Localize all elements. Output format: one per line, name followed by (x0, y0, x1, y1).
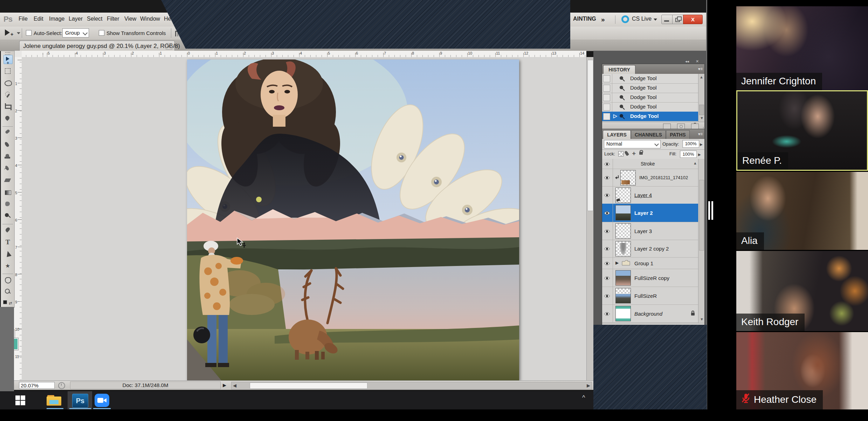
layer-visibility-eye-icon[interactable] (604, 246, 610, 252)
close-button[interactable]: X (683, 15, 703, 24)
vertical-scrollbar[interactable] (586, 57, 594, 380)
tool-custom-shape[interactable]: ★ (4, 262, 12, 270)
document-close-icon[interactable]: ✕ (166, 43, 172, 50)
collapse-panels-icon[interactable]: ◂◂ (685, 59, 689, 64)
layer-visibility-eye-icon[interactable] (604, 175, 610, 181)
lock-pixels-icon[interactable] (624, 150, 629, 156)
layer-thumbnail[interactable] (615, 270, 631, 286)
lock-transparency-icon[interactable] (618, 151, 624, 156)
panel-options-icon[interactable]: ✕ (696, 59, 699, 64)
layer-thumbnail[interactable] (615, 306, 631, 321)
history-row[interactable]: Dodge Tool (602, 102, 698, 112)
scroll-right-icon[interactable]: ▶ (587, 383, 590, 388)
show-transform-checkbox[interactable] (99, 30, 104, 36)
layer-row[interactable]: IMG_20181211_174102 (602, 169, 698, 187)
tool-gradient[interactable] (4, 188, 12, 197)
tool-brush[interactable] (4, 141, 12, 149)
tool-quick-select[interactable] (4, 91, 12, 99)
horizontal-scrollbar[interactable]: ◀ ▶ (231, 382, 592, 390)
tool-pen[interactable] (4, 226, 12, 234)
layer-visibility-eye-icon[interactable] (604, 210, 610, 216)
tab-history[interactable]: HISTORY (603, 65, 635, 74)
layer-row[interactable]: FullSizeR copy (602, 269, 698, 287)
layer-thumbnail[interactable] (615, 188, 631, 203)
history-scrollbar[interactable]: ▲▼ (698, 74, 704, 122)
tab-paths[interactable]: PATHS (666, 130, 690, 139)
workspace-name-partial[interactable]: AINTING (573, 16, 596, 22)
workspace-overflow-chevrons[interactable]: » (601, 16, 605, 23)
ruler-origin-corner[interactable] (14, 51, 22, 57)
layer-visibility-eye-icon[interactable] (604, 229, 610, 234)
status-options-arrow[interactable]: ▶ (223, 383, 226, 388)
horizontal-ruler[interactable]: 543210123456789101112131415161718 (22, 51, 586, 57)
menu-file[interactable]: File (19, 16, 28, 22)
lock-position-icon[interactable]: ✛ (632, 151, 636, 156)
blend-mode-dropdown[interactable]: Normal (604, 140, 661, 148)
zoom-taskbar-icon[interactable] (95, 394, 109, 407)
effect-visibility-eye-icon[interactable] (604, 161, 610, 167)
layer-visibility-eye-icon[interactable] (604, 311, 610, 317)
history-row[interactable]: Dodge Tool (602, 83, 698, 93)
layer-thumbnail[interactable] (615, 241, 631, 257)
layer-row[interactable]: Layer 3 (602, 222, 698, 240)
auto-select-checkbox[interactable] (26, 30, 32, 36)
default-colors-icon[interactable] (3, 300, 7, 304)
fill-value[interactable]: 100% (680, 150, 697, 158)
tool-move[interactable]: + (4, 55, 13, 64)
tool-zoom[interactable] (4, 288, 12, 296)
history-row[interactable]: Dodge Tool (602, 93, 698, 103)
toolbar-grip[interactable] (5, 52, 10, 55)
file-explorer-icon[interactable] (47, 394, 62, 406)
tool-lasso[interactable] (4, 79, 12, 87)
tool-eyedropper[interactable] (4, 114, 12, 123)
video-tile-jennifer[interactable]: Jennifer Crighton (736, 6, 868, 90)
tool-preset-arrow[interactable] (17, 32, 20, 34)
document-canvas[interactable] (187, 59, 519, 380)
layers-scrollbar-thumb[interactable] (699, 180, 704, 251)
layer-thumbnail[interactable] (615, 288, 631, 303)
zoom-level-field[interactable]: 20.07% (19, 382, 55, 389)
tool-crop[interactable] (4, 103, 12, 111)
vertical-scrollbar-thumb[interactable] (587, 60, 593, 211)
delete-state-icon[interactable] (691, 124, 699, 129)
auto-select-dropdown[interactable]: Group (62, 28, 89, 37)
layer-thumbnail[interactable] (620, 170, 636, 185)
tool-clone-stamp[interactable] (4, 153, 12, 161)
lock-all-icon[interactable] (639, 152, 643, 155)
tool-healing-brush[interactable] (4, 129, 12, 137)
layer-row-selected[interactable]: Layer 2 (602, 204, 698, 222)
menu-window[interactable]: Window (140, 16, 160, 22)
menu-filter[interactable]: Filter (107, 16, 119, 22)
menu-layer[interactable]: Layer (69, 16, 83, 22)
tool-eraser[interactable] (4, 176, 12, 185)
hidden-icons-chevron[interactable]: ^ (582, 394, 585, 401)
layer-thumbnail[interactable] (615, 205, 631, 220)
video-tile-keith[interactable]: Keith Rodger (736, 251, 868, 331)
scroll-left-icon[interactable]: ◀ (233, 383, 236, 388)
minimize-button[interactable] (661, 15, 673, 24)
menu-edit[interactable]: Edit (34, 16, 43, 22)
new-document-from-state-icon[interactable] (663, 124, 671, 129)
layer-effect-row[interactable]: Stroke ▲ (602, 159, 698, 169)
new-snapshot-icon[interactable] (677, 124, 685, 129)
menu-select[interactable]: Select (87, 16, 102, 22)
menu-image[interactable]: Image (49, 16, 64, 22)
video-tile-alia[interactable]: Alia (736, 172, 868, 250)
video-tile-heather[interactable]: Heather Close (736, 332, 868, 409)
menu-view[interactable]: View (124, 16, 136, 22)
layer-row[interactable]: Layer 2 copy 2 (602, 240, 698, 258)
history-panel-menu-icon[interactable]: ▾≡ (698, 66, 703, 71)
opacity-value[interactable]: 100% (682, 140, 699, 148)
layer-visibility-eye-icon[interactable] (604, 192, 610, 198)
layer-visibility-eye-icon[interactable] (604, 293, 610, 299)
layer-row[interactable]: FullSizeR (602, 287, 698, 305)
layer-row[interactable]: Layer 4 (602, 186, 698, 204)
tool-hand[interactable] (4, 276, 12, 284)
video-tile-renee-active-speaker[interactable]: Renée P. (736, 90, 868, 171)
history-scrollbar-thumb[interactable] (699, 105, 704, 115)
swap-colors-icon[interactable]: ⇄ (9, 301, 12, 306)
layers-scrollbar[interactable]: ▼ (698, 159, 704, 323)
layers-scroll-up-icon[interactable]: ▲ (693, 161, 697, 165)
opacity-spinner-icon[interactable]: ▶ (700, 142, 703, 146)
tab-layers[interactable]: LAYERS (603, 130, 631, 139)
